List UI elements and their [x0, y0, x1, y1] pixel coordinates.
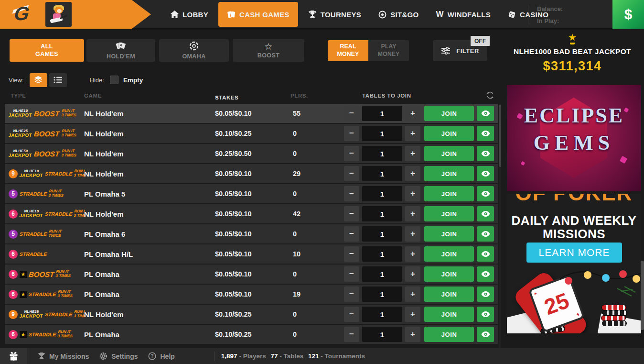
join-button[interactable]: JOIN [424, 146, 474, 161]
table-row[interactable]: NLHE25JACKPOTBOOSTRUN IT3 TIMES NL Hold'… [5, 124, 498, 143]
join-button[interactable]: JOIN [424, 206, 474, 221]
join-button[interactable]: JOIN [424, 186, 474, 201]
learn-more-button[interactable]: LEARN MORE [526, 243, 622, 263]
missions-banner[interactable]: OF POKER DAILY AND WEEKLY MISSIONS LEARN… [507, 194, 641, 333]
decrease-tables-button[interactable]: − [344, 246, 359, 262]
tables-count-input[interactable]: 1 [362, 307, 402, 322]
preview-table-button[interactable] [477, 206, 494, 221]
table-row[interactable]: 6STRADDLE PL Omaha H/L $0.05/$0.10 10 − … [5, 244, 498, 264]
table-row[interactable]: 6★STRADDLERUN IT3 TIMES PL Omaha $0.05/$… [5, 285, 498, 304]
decrease-tables-button[interactable]: − [344, 206, 359, 221]
join-button[interactable]: JOIN [424, 126, 474, 141]
tables-count-input[interactable]: 1 [362, 246, 402, 262]
preview-table-button[interactable] [477, 327, 494, 342]
tables-count-input[interactable]: 1 [362, 206, 402, 221]
decrease-tables-button[interactable]: − [344, 266, 359, 282]
increase-tables-button[interactable]: + [405, 266, 420, 282]
view-list-button[interactable] [49, 73, 67, 87]
increase-tables-button[interactable]: + [405, 206, 420, 221]
increase-tables-button[interactable]: + [405, 226, 420, 242]
nav-item-cash-games[interactable]: CASH GAMES [218, 2, 298, 27]
tables-count-input[interactable]: 1 [362, 146, 402, 161]
table-row[interactable]: 9NLHE25JACKPOTSTRADDLERUN IT3 TIMES NL H… [5, 305, 498, 324]
nav-item-sitgo[interactable]: SIT&GO [371, 0, 426, 29]
table-row[interactable]: NLHE50JACKPOTBOOSTRUN IT3 TIMES NL Hold'… [5, 144, 498, 163]
decrease-tables-button[interactable]: − [344, 146, 359, 161]
player-avatar[interactable] [45, 2, 72, 27]
decrease-tables-button[interactable]: − [344, 327, 359, 342]
increase-tables-button[interactable]: + [405, 307, 420, 322]
decrease-tables-button[interactable]: − [344, 126, 359, 141]
preview-table-button[interactable] [477, 166, 494, 181]
preview-table-button[interactable] [477, 126, 494, 141]
join-button[interactable]: JOIN [424, 226, 474, 242]
increase-tables-button[interactable]: + [405, 166, 420, 181]
table-row[interactable]: NLHE10JACKPOTBOOSTRUN IT3 TIMES NL Hold'… [5, 104, 498, 123]
increase-tables-button[interactable]: + [405, 126, 420, 141]
real-money-toggle[interactable]: REAL MONEY [328, 40, 368, 61]
decrease-tables-button[interactable]: − [344, 226, 359, 242]
nav-item-windfalls[interactable]: W WINDFALLS [429, 0, 498, 29]
increase-tables-button[interactable]: + [405, 146, 420, 161]
increase-tables-button[interactable]: + [405, 287, 420, 302]
tables-count-input[interactable]: 1 [362, 266, 402, 282]
preview-table-button[interactable] [477, 307, 494, 322]
tables-count-input[interactable]: 1 [362, 327, 402, 342]
tab-all-games[interactable]: ALL GAMES [10, 39, 84, 62]
increase-tables-button[interactable]: + [405, 246, 420, 262]
join-button[interactable]: JOIN [424, 106, 474, 121]
nav-item-tourneys[interactable]: TOURNEYS [301, 0, 368, 29]
preview-table-button[interactable] [477, 266, 494, 282]
preview-table-button[interactable] [477, 106, 494, 121]
table-row[interactable]: 6★STRADDLERUN IT3 TIMES PL Omaha $0.10/$… [5, 325, 498, 344]
decrease-tables-button[interactable]: − [344, 287, 359, 302]
join-button[interactable]: JOIN [424, 266, 474, 282]
help-button[interactable]: ? Help [148, 352, 174, 360]
cashier-button[interactable]: $ [612, 0, 644, 29]
column-type[interactable]: TYPE [11, 93, 26, 99]
tables-count-input[interactable]: 1 [362, 226, 402, 242]
refresh-list-button[interactable] [486, 91, 494, 100]
tab-holdem[interactable]: HOLD'EM [86, 39, 155, 62]
tab-omaha[interactable]: OMAHA [159, 39, 229, 62]
my-missions-button[interactable]: My Missions [38, 353, 89, 360]
settings-button[interactable]: Settings [99, 352, 138, 360]
table-row[interactable]: 9NLHE10JACKPOTSTRADDLERUN IT3 TIMES NL H… [5, 164, 498, 183]
table-row[interactable]: 5STRADDLERUN IT3 TIMES PL Omaha 5 $0.05/… [5, 184, 498, 203]
tables-count-input[interactable]: 1 [362, 166, 402, 181]
decrease-tables-button[interactable]: − [344, 186, 359, 201]
join-button[interactable]: JOIN [424, 307, 474, 322]
preview-table-button[interactable] [477, 146, 494, 161]
decrease-tables-button[interactable]: − [344, 166, 359, 181]
preview-table-button[interactable] [477, 287, 494, 302]
eclipse-gems-banner[interactable]: ECLIPSE GEMS [507, 85, 641, 191]
column-players[interactable]: PLRS. [290, 93, 308, 99]
join-button[interactable]: JOIN [424, 166, 474, 181]
table-row[interactable]: 6NLHE10JACKPOTSTRADDLERUN IT3 TIMES NL H… [5, 204, 498, 223]
tab-boost[interactable]: ☆ BOOST [233, 39, 304, 62]
preview-table-button[interactable] [477, 186, 494, 201]
join-button[interactable]: JOIN [424, 327, 474, 342]
column-game[interactable]: GAME [84, 93, 102, 99]
tables-count-input[interactable]: 1 [362, 186, 402, 201]
increase-tables-button[interactable]: + [405, 186, 420, 201]
tables-count-input[interactable]: 1 [362, 106, 402, 121]
join-button[interactable]: JOIN [424, 246, 474, 262]
decrease-tables-button[interactable]: − [344, 106, 359, 121]
table-row[interactable]: 6★BOOSTRUN IT3 TIMES PL Omaha $0.05/$0.1… [5, 265, 498, 284]
tables-count-input[interactable]: 1 [362, 126, 402, 141]
join-button[interactable]: JOIN [424, 287, 474, 302]
hide-empty-checkbox[interactable] [110, 76, 118, 84]
tables-count-input[interactable]: 1 [362, 287, 402, 302]
view-stacked-button[interactable] [30, 73, 47, 87]
nav-item-lobby[interactable]: LOBBY [163, 0, 215, 29]
decrease-tables-button[interactable]: − [344, 307, 359, 322]
brand-logo[interactable]: G [13, 3, 31, 24]
rewards-button[interactable] [0, 348, 27, 364]
increase-tables-button[interactable]: + [405, 327, 420, 342]
table-row[interactable]: 5STRADDLERUN ITTWICE PL Omaha 6 $0.05/$0… [5, 224, 498, 243]
preview-table-button[interactable] [477, 246, 494, 262]
sidebar-scrollbar-thumb[interactable] [641, 261, 644, 330]
play-money-toggle[interactable]: PLAY MONEY [368, 40, 409, 61]
increase-tables-button[interactable]: + [405, 106, 420, 121]
